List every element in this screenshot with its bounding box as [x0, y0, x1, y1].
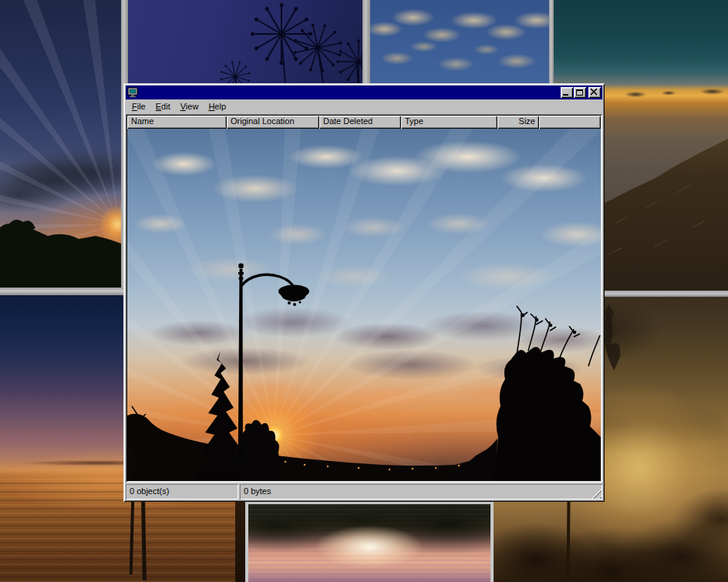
- list-background-sunset-photo: [127, 129, 601, 481]
- collage-separator: [0, 288, 128, 295]
- close-icon: [590, 88, 598, 96]
- wallpaper-sunset-rays-photo: [0, 0, 121, 291]
- menu-view[interactable]: View: [176, 100, 204, 113]
- wallpaper-water-reflection-photo: [245, 501, 494, 582]
- bush-silhouette: [240, 420, 281, 481]
- treeline-silhouette: [0, 0, 121, 291]
- menu-file[interactable]: File: [127, 100, 151, 113]
- recycle-bin-window: FileEditViewHelp NameOriginal LocationDa…: [123, 83, 605, 502]
- column-header-original-location[interactable]: Original Location: [227, 116, 319, 129]
- minimize-button[interactable]: [561, 87, 573, 98]
- status-bytes: 0 bytes: [240, 484, 602, 500]
- column-header-date-deleted[interactable]: Date Deleted: [319, 116, 401, 129]
- column-header-blank[interactable]: [539, 116, 601, 129]
- maximize-button[interactable]: [574, 87, 586, 98]
- close-button[interactable]: [588, 87, 601, 98]
- minimize-icon: [563, 94, 568, 96]
- titlebar[interactable]: [126, 86, 602, 99]
- menu-bar: FileEditViewHelp: [126, 99, 602, 114]
- desktop: FileEditViewHelp NameOriginal LocationDa…: [0, 0, 728, 582]
- status-bar: 0 object(s) 0 bytes: [126, 484, 602, 500]
- menu-edit[interactable]: Edit: [151, 100, 176, 113]
- menu-help[interactable]: Help: [204, 100, 231, 113]
- computer-icon: [127, 87, 140, 98]
- file-list-view[interactable]: NameOriginal LocationDate DeletedTypeSiz…: [126, 114, 602, 483]
- status-object-count: 0 object(s): [126, 484, 238, 500]
- maximize-icon: [576, 89, 583, 96]
- column-header-type[interactable]: Type: [401, 116, 497, 129]
- sunset-silhouettes: [127, 129, 601, 481]
- column-header-size[interactable]: Size: [497, 116, 539, 129]
- column-header-row: NameOriginal LocationDate DeletedTypeSiz…: [127, 116, 601, 129]
- right-trees-silhouette: [451, 306, 601, 481]
- column-header-name[interactable]: Name: [127, 116, 227, 129]
